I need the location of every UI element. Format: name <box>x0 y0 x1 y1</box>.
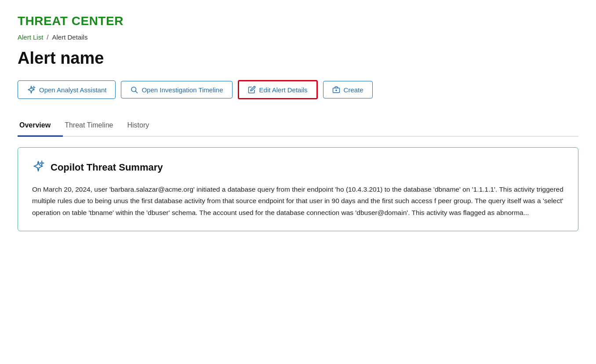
alert-name: Alert name <box>18 49 578 68</box>
tab-history[interactable]: History <box>125 115 161 137</box>
page-container: THREAT CENTER Alert List / Alert Details… <box>0 0 596 231</box>
svg-line-1 <box>136 91 138 93</box>
sparkle-icon <box>27 85 36 94</box>
tabs-bar: Overview Threat Timeline History <box>18 115 578 137</box>
tab-threat-timeline[interactable]: Threat Timeline <box>63 115 125 137</box>
create-label: Create <box>344 86 363 94</box>
edit-alert-details-button[interactable]: Edit Alert Details <box>238 80 318 99</box>
briefcase-icon <box>332 86 340 94</box>
breadcrumb-separator: / <box>47 33 48 41</box>
create-button[interactable]: Create <box>323 81 373 98</box>
breadcrumb: Alert List / Alert Details <box>18 33 578 41</box>
open-investigation-timeline-label: Open Investigation Timeline <box>142 86 223 94</box>
copilot-card-body: On March 20, 2024, user 'barbara.salazar… <box>32 184 564 218</box>
open-analyst-assistant-button[interactable]: Open Analyst Assistant <box>18 80 116 99</box>
content-area: Copilot Threat Summary On March 20, 2024… <box>18 137 578 231</box>
copilot-threat-summary-card: Copilot Threat Summary On March 20, 2024… <box>18 147 578 231</box>
edit-alert-details-label: Edit Alert Details <box>259 86 308 94</box>
copilot-card-title: Copilot Threat Summary <box>51 162 163 173</box>
open-investigation-timeline-button[interactable]: Open Investigation Timeline <box>121 81 232 98</box>
copilot-sparkle-icon <box>32 160 44 175</box>
action-buttons-bar: Open Analyst Assistant Open Investigatio… <box>18 80 578 99</box>
copilot-card-header: Copilot Threat Summary <box>32 160 564 175</box>
app-title: THREAT CENTER <box>18 14 578 28</box>
tab-overview[interactable]: Overview <box>18 115 63 137</box>
breadcrumb-alert-list[interactable]: Alert List <box>18 33 43 41</box>
open-analyst-assistant-label: Open Analyst Assistant <box>39 86 106 94</box>
breadcrumb-current-page: Alert Details <box>52 33 88 41</box>
edit-icon <box>248 86 256 94</box>
search-icon <box>130 86 138 94</box>
